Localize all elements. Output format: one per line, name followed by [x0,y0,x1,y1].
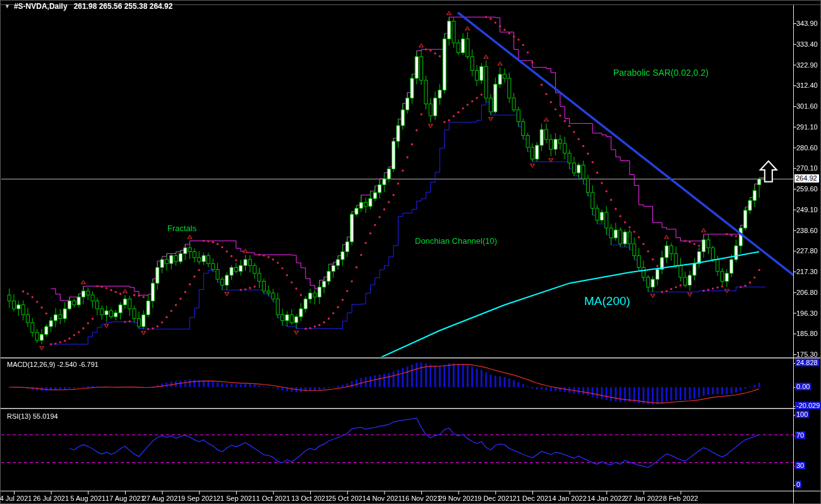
macd-indicator-label: MACD(12,26,9) -2.540 -6.791 [4,360,101,369]
parabolic-sar-label: Parabolic SAR(0.02,0.2) [613,68,709,78]
price-axis-value: 312.40 [796,81,818,89]
price-axis-value: 333.40 [796,40,818,48]
price-axis-value: 322.90 [796,61,818,69]
price-axis-value: 227.80 [796,247,818,255]
price-axis-value: 301.60 [796,102,818,110]
price-axis-value: 217.30 [796,268,818,275]
macd-axis-value: -20.029 [795,402,821,409]
donchian-channel-label: Donchian Channel(10) [415,236,497,246]
macd-axis-value: 24.828 [795,359,819,366]
chart-window: ▼#S-NVDA,Daily261.98 265.56 255.38 264.9… [0,0,821,504]
price-axis-value: 238.60 [796,227,818,234]
price-axis-value: 291.10 [796,123,818,131]
price-axis-value: 196.30 [796,309,818,317]
price-axis-value: 343.90 [796,20,818,27]
ma200-label: MA(200) [584,294,630,308]
rsi-axis-value: 30 [795,462,805,469]
fractals-label: Fractals [167,224,196,233]
price-axis-value: 206.80 [796,289,818,296]
date-axis-label: 8 Feb 2022 [659,495,703,502]
price-axis-value: 259.60 [796,185,818,193]
rsi-axis-value: 0 [795,481,801,488]
rsi-axis-value: 70 [795,431,805,439]
price-axis-value: 185.80 [796,330,818,337]
symbol-name: #S-NVDA,Daily [14,2,68,11]
price-axis-value: 280.60 [796,144,818,152]
title-ohlc-values: 261.98 265.56 255.38 264.92 [74,2,173,11]
rsi-axis-value: 100 [795,411,809,418]
price-axis-value: 175.30 [796,351,818,358]
macd-axis-value: 0.00 [795,383,811,390]
price-axis-value: 249.10 [796,206,818,213]
price-axis-value: 270.10 [796,164,818,172]
rsi-indicator-label: RSI(13) 55.0194 [4,412,61,421]
symbol-dropdown-icon[interactable]: ▼ [4,3,10,9]
current-price-tag: 264.92 [794,174,819,183]
chart-title-bar: ▼#S-NVDA,Daily261.98 265.56 255.38 264.9… [4,2,172,11]
